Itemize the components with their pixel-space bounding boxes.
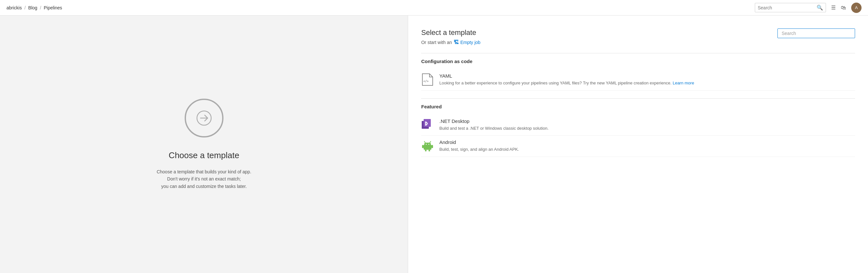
arrow-right-icon	[196, 110, 212, 126]
left-panel: Choose a template Choose a template that…	[0, 16, 408, 273]
section-title-featured: Featured	[421, 104, 855, 109]
select-template-title: Select a template	[421, 28, 480, 37]
svg-line-10	[424, 141, 425, 143]
left-desc-line3: you can add and customize the tasks late…	[161, 184, 247, 189]
yaml-template-info: YAML Looking for a better experience to …	[439, 73, 694, 86]
section-divider-1	[421, 53, 855, 53]
yaml-icon: </>	[421, 73, 434, 86]
svg-point-12	[426, 144, 427, 145]
left-panel-desc: Choose a template that builds your kind …	[157, 168, 251, 190]
section-divider-2	[421, 98, 855, 99]
breadcrumb-abrickis[interactable]: abrickis	[6, 5, 22, 10]
list-icon[interactable]: ☰	[831, 4, 836, 11]
android-template-name: Android	[439, 140, 519, 145]
android-template-desc: Build, test, sign, and align an Android …	[439, 146, 519, 153]
or-start-text: Or start with an	[421, 40, 452, 45]
breadcrumb-sep-1: /	[24, 5, 26, 10]
yaml-template-name: YAML	[439, 73, 694, 79]
template-item-yaml[interactable]: </> YAML Looking for a better experience…	[421, 69, 855, 91]
right-panel: Select a template Or start with an 🏗 Emp…	[408, 16, 868, 273]
svg-rect-15	[429, 150, 430, 151]
dotnet-icon	[421, 118, 434, 131]
right-panel-header: Select a template Or start with an 🏗 Emp…	[421, 28, 855, 45]
yaml-file-icon: </>	[422, 73, 433, 86]
android-icon	[421, 140, 434, 152]
template-item-dotnet[interactable]: .NET Desktop Build and test a .NET or Wi…	[421, 115, 855, 136]
template-item-android[interactable]: Android Build, test, sign, and align an …	[421, 135, 855, 157]
dotnet-template-name: .NET Desktop	[439, 118, 549, 124]
yaml-template-desc: Looking for a better experience to confi…	[439, 80, 694, 86]
left-desc-line1: Choose a template that builds your kind …	[157, 169, 251, 174]
empty-job-icon: 🏗	[454, 39, 459, 45]
arrow-circle	[185, 99, 223, 138]
section-title-config: Configuration as code	[421, 59, 855, 64]
avatar[interactable]: A	[851, 3, 862, 13]
yaml-learn-more-link[interactable]: Learn more	[673, 81, 694, 85]
svg-rect-9	[424, 143, 431, 147]
breadcrumb-sep-2: /	[40, 5, 41, 10]
nav-search-input[interactable]	[758, 5, 814, 10]
right-header-left: Select a template Or start with an 🏗 Emp…	[421, 28, 480, 45]
bag-icon[interactable]: 🛍	[841, 5, 846, 11]
svg-line-11	[430, 141, 431, 143]
svg-point-13	[429, 144, 430, 145]
svg-text:</>: </>	[423, 80, 429, 83]
android-template-info: Android Build, test, sign, and align an …	[439, 140, 519, 153]
dotnet-icon-container	[421, 118, 434, 131]
android-icon-container	[421, 140, 434, 152]
or-start-row: Or start with an 🏗 Empty job	[421, 39, 480, 45]
svg-rect-14	[425, 150, 427, 151]
main-layout: Choose a template Choose a template that…	[0, 16, 868, 273]
nav-right: 🔍 ☰ 🛍 A	[755, 3, 862, 13]
top-nav: abrickis / Blog / Pipelines 🔍 ☰ 🛍 A	[0, 0, 868, 16]
svg-rect-16	[422, 145, 424, 148]
left-desc-line2: Don't worry if it's not an exact match;	[167, 176, 241, 181]
left-panel-title: Choose a template	[169, 150, 239, 160]
breadcrumb-pipelines: Pipelines	[44, 5, 62, 10]
empty-job-label: Empty job	[460, 40, 480, 45]
nav-search-bar[interactable]: 🔍	[755, 3, 826, 12]
dotnet-template-desc: Build and test a .NET or Windows classic…	[439, 125, 549, 132]
svg-rect-17	[431, 145, 433, 148]
template-search-input[interactable]	[777, 28, 855, 38]
empty-job-link[interactable]: 🏗 Empty job	[454, 39, 480, 45]
search-icon[interactable]: 🔍	[816, 4, 823, 11]
breadcrumb: abrickis / Blog / Pipelines	[6, 5, 62, 10]
breadcrumb-blog[interactable]: Blog	[28, 5, 37, 10]
dotnet-template-info: .NET Desktop Build and test a .NET or Wi…	[439, 118, 549, 132]
